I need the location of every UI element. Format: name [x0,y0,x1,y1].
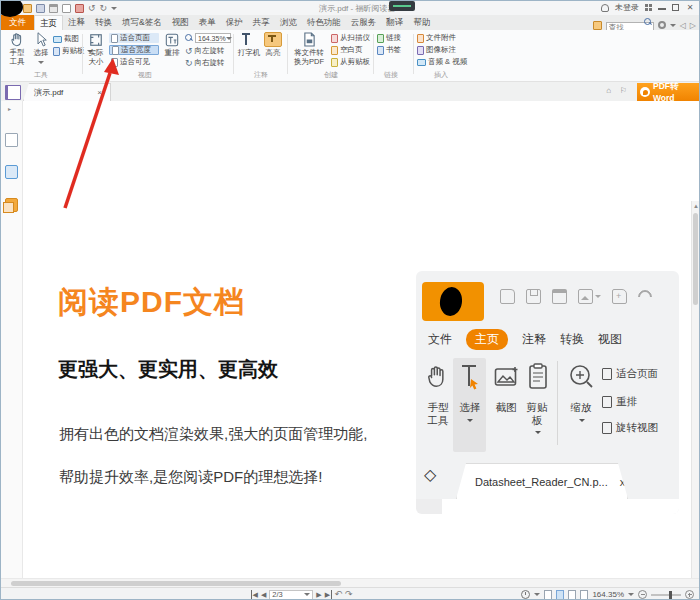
redo-icon[interactable]: ↻ [100,4,108,13]
tab-translate[interactable]: 翻译 [381,15,408,30]
tab-protect[interactable]: 保护 [221,15,248,30]
email-icon[interactable] [62,4,71,13]
undo-icon[interactable]: ↺ [88,4,96,13]
share-icon[interactable]: ⌂ [606,86,611,95]
audio-video-button[interactable]: 音频 & 视频 [417,57,467,67]
image-annotation-button[interactable]: 图像标注 [417,45,456,55]
find-options-caret-icon[interactable] [670,24,676,27]
snapshot-icon [53,36,62,43]
from-clipboard-button[interactable]: 从剪贴板 [331,57,370,67]
highlight-button[interactable]: 高亮 [263,31,283,58]
view-mode-caret-icon[interactable] [534,593,540,596]
account-icon[interactable] [601,4,609,12]
scroll-up-icon[interactable]: ▲ [693,203,699,209]
snapshot-button[interactable]: 截图 [53,34,79,44]
notebook-icon[interactable] [5,85,21,100]
tab-cloud[interactable]: 云服务 [346,15,382,30]
pdf-to-word-button[interactable]: PDF转Word [637,83,699,101]
convert-to-pdf-button[interactable]: 将文件转换为PDF [291,31,327,66]
view-mode-icon[interactable] [521,590,530,599]
first-page-button[interactable]: ◀ [251,590,258,599]
page-thumbnails-icon[interactable] [5,165,18,179]
reflow-button[interactable]: 重排 [162,31,182,58]
tab-file[interactable]: 文件 [1,15,34,30]
tab-comment[interactable]: 注释 [63,15,90,30]
previous-page-button[interactable]: ◀ [261,590,266,599]
tab-browse[interactable]: 浏览 [275,15,302,30]
tab-form[interactable]: 表单 [194,15,221,30]
horizontal-scrollbar[interactable] [1,578,699,587]
link-button[interactable]: 链接 [377,33,401,43]
embed-tab-strip: Datasheet_Reader_CN.p... x [416,459,679,499]
zoom-out-icon[interactable] [638,590,647,599]
login-status[interactable]: 未登录 [615,2,639,13]
tab-convert[interactable]: 转换 [90,15,117,30]
typewriter-button[interactable]: 打字机 [237,31,261,58]
facing-layout-icon[interactable] [568,590,576,600]
rotate-left-button[interactable]: ↺ 向左旋转 [185,46,225,56]
single-page-layout-icon[interactable] [544,590,552,600]
embed-menu-file: 文件 [428,331,452,348]
clipboard-icon[interactable] [75,4,84,13]
zoom-slider[interactable] [651,594,681,596]
minimize-button[interactable] [658,5,666,10]
find-previous-button[interactable]: ◁ [680,21,686,30]
restore-button[interactable] [672,4,679,11]
pin-icon[interactable]: ⚐ [620,86,627,95]
horizontal-scroll-thumb[interactable] [11,581,341,586]
search-icon[interactable] [644,18,652,26]
sidebar-collapse-icon[interactable]: ▸ [8,106,11,112]
zoom-value-box[interactable]: 164.35% [195,33,231,43]
tab-help[interactable]: 帮助 [408,15,435,30]
hand-tool-button[interactable]: 手型工具 [3,31,31,66]
save-icon[interactable] [36,4,45,13]
previous-view-icon[interactable]: ↶ [335,590,343,599]
embed-quick-icons [500,289,652,304]
page-indicator-box[interactable]: 2/3 [269,590,313,600]
zoom-control[interactable]: 164.35% [185,33,231,43]
tab-share[interactable]: 共享 [248,15,275,30]
open-file-icon[interactable] [23,4,32,13]
select-tool-button[interactable]: 选择 [32,31,50,66]
rotate-right-button[interactable]: ↻ 向右旋转 [185,58,225,68]
close-button[interactable]: ✕ [685,3,695,12]
zoom-in-icon[interactable] [685,590,694,599]
zoom-percentage[interactable]: 164.35% [592,590,624,599]
next-view-icon[interactable]: ↷ [345,590,353,599]
find-next-button[interactable]: ▷ [690,21,696,30]
bookmark-button[interactable]: 书签 [377,45,401,55]
tab-home[interactable]: 主页 [34,15,63,30]
last-page-button[interactable]: ▶ [325,590,332,599]
tab-close-icon[interactable]: × [97,88,102,97]
zoom-slider-handle[interactable] [669,591,672,599]
from-scanner-button[interactable]: 从扫描仪 [331,33,370,43]
search-scope-icon[interactable] [593,21,602,30]
vertical-scrollbar[interactable]: ▲ ▼ [691,201,699,600]
embed-clipboard-icon [528,363,548,394]
document-tab[interactable]: 演示.pdf × [23,83,111,101]
tab-fill-sign[interactable]: 填写&签名 [117,15,167,30]
navigation-sidebar: ▸ [1,101,23,578]
zoom-caret-icon[interactable] [628,593,634,596]
tab-features[interactable]: 特色功能 [302,15,346,30]
continuous-layout-icon[interactable] [556,590,564,600]
next-page-button[interactable]: ▶ [316,590,321,599]
layout-grid-icon[interactable] [645,4,652,11]
fit-visible-button[interactable]: 适合可见 [109,57,159,67]
tab-view[interactable]: 视图 [167,15,194,30]
fit-width-button[interactable]: 适合宽度 [109,45,159,55]
embed-select-icon [458,363,482,395]
bookmarks-panel-icon[interactable] [5,133,18,147]
blank-page-button[interactable]: 空白页 [331,45,363,55]
find-options-icon[interactable] [658,21,666,29]
fit-page-button[interactable]: 适合页面 [109,33,159,43]
comments-panel-icon[interactable] [5,198,18,212]
customize-toolbar-caret-icon[interactable] [111,7,117,10]
vertical-scroll-thumb[interactable] [693,213,698,305]
link-icon [377,34,384,43]
print-icon[interactable] [49,4,58,13]
file-attachment-button[interactable]: 文件附件 [417,33,456,43]
actual-size-button[interactable]: 实际大小 [85,31,107,66]
quick-access-toolbar: ↺ ↻ [23,2,117,14]
continuous-facing-layout-icon[interactable] [580,590,588,600]
